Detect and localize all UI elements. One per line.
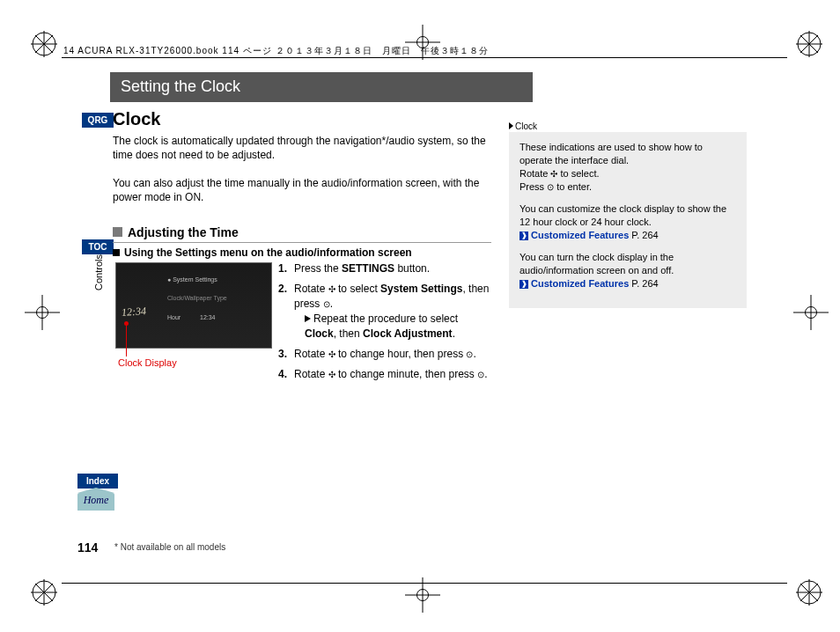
link-arrow-icon: ❱: [519, 280, 528, 289]
qrg-button[interactable]: QRG: [82, 113, 114, 128]
footnote: * Not available on all models: [114, 542, 225, 552]
steps-list: 1. Press the SETTINGS button. 2. Rotate …: [278, 261, 490, 387]
press-enter-icon: ⊙: [323, 297, 330, 312]
intro-paragraph-1: The clock is automatically updated throu…: [113, 134, 491, 162]
adjusting-time-subhead: Adjusting the Time: [113, 225, 491, 243]
registration-mark: [796, 579, 822, 606]
section-side-label: Controls: [93, 254, 104, 290]
sidebar-text: You can turn the clock display in the au…: [519, 252, 674, 276]
rotate-dial-icon: ✣: [328, 282, 335, 297]
screen-menu-line: 12:34: [200, 314, 216, 320]
rotate-dial-icon: ✣: [328, 347, 335, 362]
callout-line: [126, 323, 127, 356]
crop-mark: [793, 295, 829, 330]
toc-button[interactable]: TOC: [82, 239, 114, 254]
customized-features-link[interactable]: ❱Customized Features: [519, 230, 629, 240]
registration-mark: [796, 31, 822, 57]
step-3: 3. Rotate ✣ to change hour, then press ⊙…: [278, 347, 490, 362]
link-page-ref: P. 264: [629, 278, 658, 289]
sidebar-text: You can customize the clock display to s…: [519, 203, 726, 227]
sidebar-title: Clock: [509, 120, 537, 133]
screen-menu-line: Hour: [167, 314, 181, 320]
sidebar-info-box: Clock These indications are used to show…: [509, 132, 747, 308]
step-2: 2. Rotate ✣ to select System Settings, t…: [278, 282, 490, 342]
clock-display-callout: Clock Display: [118, 357, 177, 368]
registration-mark: [31, 31, 57, 57]
press-enter-icon: ⊙: [547, 180, 554, 194]
screen-menu-line: Clock/Wallpaper Type: [167, 295, 227, 301]
sidebar-text: These indications are used to show how t…: [519, 142, 703, 165]
triangle-bullet-icon: [305, 315, 311, 322]
rotate-dial-icon: ✣: [328, 367, 335, 382]
using-settings-subsubhead: Using the Settings menu on the audio/inf…: [113, 246, 412, 259]
press-enter-icon: ⊙: [477, 367, 484, 382]
black-square-icon: [113, 249, 120, 256]
step-4: 4. Rotate ✣ to change minute, then press…: [278, 367, 490, 382]
square-bullet-icon: [113, 227, 122, 237]
index-button[interactable]: Index: [77, 474, 118, 489]
subhead-text: Adjusting the Time: [128, 225, 239, 239]
clock-heading: Clock: [113, 109, 160, 129]
section-title: Setting the Clock: [110, 72, 533, 102]
file-header-text: 14 ACURA RLX-31TY26000.book 114 ページ ２０１３…: [63, 45, 489, 57]
audio-screen-illustration: 12:34 ● System Settings Clock/Wallpaper …: [115, 262, 272, 349]
link-page-ref: P. 264: [629, 230, 658, 240]
registration-mark: [31, 579, 57, 606]
customized-features-link[interactable]: ❱Customized Features: [519, 278, 629, 289]
step-1: 1. Press the SETTINGS button.: [278, 261, 490, 276]
subsubhead-text: Using the Settings menu on the audio/inf…: [124, 246, 412, 259]
chevron-right-icon: [509, 122, 513, 129]
link-arrow-icon: ❱: [519, 231, 528, 240]
screen-clock-value: 12:34: [122, 305, 147, 320]
intro-paragraph-2: You can also adjust the time manually in…: [113, 176, 491, 204]
page-number: 114: [77, 540, 98, 555]
screen-menu-line: ● System Settings: [167, 276, 217, 283]
home-button[interactable]: Home: [77, 493, 114, 511]
crop-mark: [25, 295, 60, 330]
